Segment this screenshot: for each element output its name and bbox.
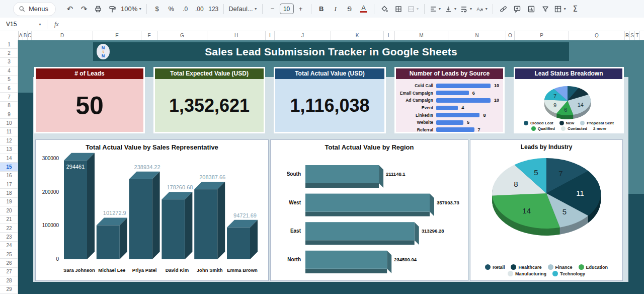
text-wrap-button[interactable]: ▼ — [460, 3, 472, 15]
row-header-13[interactable]: 13 — [0, 145, 18, 154]
italic-button[interactable]: I — [330, 3, 341, 15]
paint-format-button[interactable] — [107, 3, 118, 15]
row-header-24[interactable]: 24 — [0, 242, 18, 250]
legend-item: Healthcare — [511, 264, 541, 270]
row-header-16[interactable]: 16 — [0, 172, 18, 180]
column-header-O[interactable]: O — [506, 31, 515, 40]
merge-cells-button[interactable]: ▼ — [407, 3, 420, 15]
menus-label: Menus — [29, 5, 48, 13]
row-header-18[interactable]: 18 — [0, 189, 18, 197]
format-currency-button[interactable]: $ — [151, 3, 163, 15]
text-rotation-button[interactable]: A▼ — [475, 3, 488, 15]
source-bar — [436, 84, 491, 88]
row-header-12[interactable]: 12 — [0, 136, 18, 145]
row-header-10[interactable]: 10 — [0, 119, 18, 127]
menus-search-button[interactable]: Menus — [13, 2, 56, 16]
column-header-N[interactable]: N — [448, 31, 506, 40]
column-header-E[interactable]: E — [93, 31, 141, 40]
column-header-A[interactable]: A — [19, 31, 23, 40]
row-header-26[interactable]: 26 — [0, 259, 18, 267]
column-header-D[interactable]: D — [32, 31, 93, 40]
format-percent-button[interactable]: % — [166, 3, 177, 15]
chevron-down-icon[interactable]: ▼ — [38, 23, 42, 26]
source-value-label: 10 — [494, 83, 499, 88]
row-header-1[interactable]: 1 — [0, 40, 18, 49]
sheet-canvas[interactable]: N t N Sales Lead Submission Tracker in G… — [18, 40, 644, 294]
row-header-23[interactable]: 23 — [0, 233, 18, 241]
source-bar-row: Ad Campaign10 — [396, 97, 503, 104]
column-header-G[interactable]: G — [157, 31, 207, 40]
chart-region-value[interactable]: Total Actual Value by Region South211148… — [270, 139, 468, 281]
borders-button[interactable] — [393, 3, 404, 15]
row-header-8[interactable]: 8 — [0, 102, 18, 110]
bold-button[interactable]: B — [316, 3, 327, 15]
decrease-font-size-button[interactable]: − — [267, 3, 278, 15]
row-header-15[interactable]: 15 — [0, 163, 18, 171]
column-header-S[interactable]: S — [630, 31, 635, 40]
filter-icon — [541, 5, 549, 13]
undo-button[interactable]: ↶ — [64, 3, 75, 15]
column-header-Q[interactable]: Q — [569, 31, 625, 40]
text-color-button[interactable]: A — [358, 3, 369, 15]
legend-swatch — [531, 126, 536, 131]
column-header-I[interactable]: I — [266, 31, 275, 40]
column-header-K[interactable]: K — [331, 31, 384, 40]
svg-text:14: 14 — [578, 102, 584, 108]
row-header-7[interactable]: 7 — [0, 93, 18, 101]
insert-chart-button[interactable] — [526, 3, 537, 15]
column-header-B[interactable]: B — [23, 31, 28, 40]
row-header-4[interactable]: 4 — [0, 66, 18, 75]
select-all-corner[interactable] — [0, 31, 19, 40]
insert-comment-button[interactable] — [512, 3, 523, 15]
row-header-11[interactable]: 11 — [0, 128, 18, 136]
font-select[interactable]: Defaul...▼ — [228, 3, 257, 15]
row-header-2[interactable]: 2 — [0, 49, 18, 57]
row-header-17[interactable]: 17 — [0, 180, 18, 189]
column-header-H[interactable]: H — [207, 31, 266, 40]
row-header-14[interactable]: 14 — [0, 154, 18, 163]
row-header-21[interactable]: 21 — [0, 215, 18, 224]
font-size-input[interactable]: 10 — [280, 4, 294, 14]
create-filter-button[interactable] — [540, 3, 551, 15]
row-header-25[interactable]: 25 — [0, 250, 18, 259]
name-box[interactable]: V15 — [0, 21, 37, 28]
table-views-button[interactable]: ▼ — [554, 3, 567, 15]
chart-rep-value[interactable]: Total Actual Value by Sales Representati… — [35, 139, 269, 281]
strikethrough-button[interactable]: S — [344, 3, 355, 15]
column-header-J[interactable]: J — [275, 31, 331, 40]
row-header-29[interactable]: 29 — [0, 285, 18, 294]
row-header-22[interactable]: 22 — [0, 224, 18, 233]
column-header-F[interactable]: F — [141, 31, 157, 40]
increase-decimal-button[interactable]: .00 — [194, 3, 205, 15]
row-header-5[interactable]: 5 — [0, 76, 18, 84]
horizontal-align-button[interactable]: ▼ — [429, 3, 442, 15]
more-formats-button[interactable]: 123 — [208, 3, 219, 15]
print-button[interactable] — [93, 3, 104, 15]
row-header-27[interactable]: 27 — [0, 268, 18, 276]
redo-button[interactable]: ↷ — [78, 3, 90, 15]
source-category-label: Event — [396, 105, 433, 110]
column-header-P[interactable]: P — [515, 31, 569, 40]
leads-by-source-card[interactable]: Number of Leads by Source Cold Call10Ema… — [394, 67, 505, 133]
increase-font-size-button[interactable]: + — [295, 3, 306, 15]
row-header-6[interactable]: 6 — [0, 84, 18, 93]
row-header-19[interactable]: 19 — [0, 198, 18, 206]
column-header-L[interactable]: L — [384, 31, 395, 40]
svg-text:5: 5 — [562, 207, 567, 216]
insert-link-button[interactable] — [498, 3, 509, 15]
lead-status-card[interactable]: Lead Status Breakdown 14697 Closed LostN… — [514, 67, 624, 133]
functions-button[interactable]: Σ — [570, 3, 581, 15]
column-header-C[interactable]: C — [28, 31, 32, 40]
zoom-select[interactable]: 100%▼ — [121, 3, 142, 15]
row-header-3[interactable]: 3 — [0, 58, 18, 66]
column-header-M[interactable]: M — [395, 31, 448, 40]
row-header-20[interactable]: 20 — [0, 206, 18, 215]
column-header-R[interactable]: R — [625, 31, 630, 40]
column-header-T[interactable]: T — [635, 31, 640, 40]
fill-color-button[interactable] — [379, 3, 390, 15]
row-header-9[interactable]: 9 — [0, 110, 18, 119]
vertical-align-button[interactable]: ▼ — [444, 3, 457, 15]
decrease-decimal-button[interactable]: .0 — [180, 3, 191, 15]
row-header-28[interactable]: 28 — [0, 276, 18, 285]
chart-leads-by-industry[interactable]: Leads by Industry 71151485 RetailHealthc… — [470, 139, 623, 281]
